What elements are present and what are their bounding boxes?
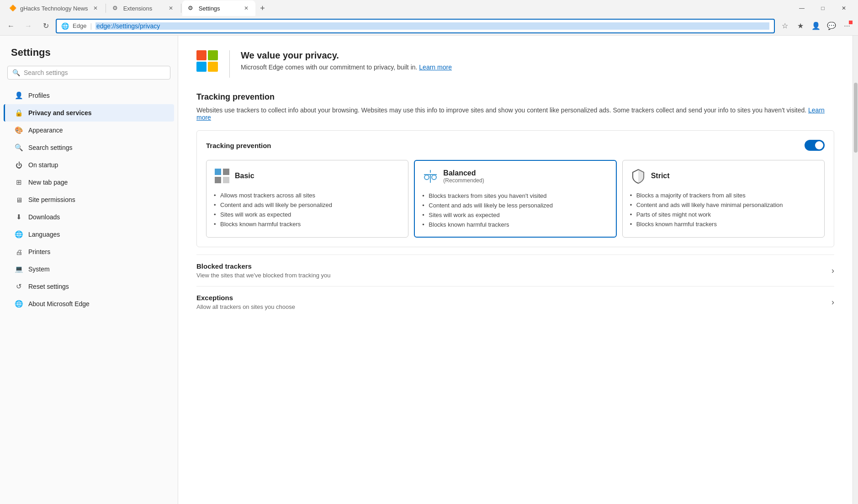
maximize-button[interactable]: □: [812, 1, 833, 16]
exceptions-row[interactable]: Exceptions Allow all trackers on sites y…: [196, 286, 834, 318]
balanced-title: Balanced: [443, 169, 484, 177]
tracking-section-desc: Websites use trackers to collect info ab…: [196, 106, 834, 121]
sidebar-item-languages[interactable]: 🌐 Languages: [4, 226, 174, 243]
tab-separator-1: [106, 4, 106, 13]
languages-icon: 🌐: [15, 230, 23, 239]
toggle-thumb: [815, 141, 823, 149]
edge-logo: [196, 50, 218, 72]
sidebar-item-profiles[interactable]: 👤 Profiles: [4, 87, 174, 104]
sidebar-item-newtab[interactable]: ⊞ New tab page: [4, 174, 174, 191]
toolbar-actions: ☆ ★ 👤 💬 ···: [778, 19, 854, 33]
scrollbar-thumb[interactable]: [854, 83, 858, 153]
tab-close-ghacks[interactable]: ✕: [92, 5, 99, 12]
sidebar-label-newtab: New tab page: [28, 179, 68, 186]
balanced-bullets: Blocks trackers from sites you haven't v…: [422, 191, 608, 229]
sidebar-chat-button[interactable]: 💬: [824, 19, 839, 33]
favorites-bar-button[interactable]: ★: [793, 19, 808, 33]
balanced-title-group: Balanced (Recommended): [443, 169, 484, 184]
tab-extensions[interactable]: ⚙ Extensions ✕: [107, 0, 180, 16]
sidebar-item-appearance[interactable]: 🎨 Appearance: [4, 122, 174, 139]
balanced-bullet-3: Sites will work as expected: [422, 210, 608, 220]
tab-close-extensions[interactable]: ✕: [167, 5, 175, 12]
privacy-desc-text: Microsoft Edge comes with our commitment…: [241, 64, 417, 71]
sidebar-item-reset[interactable]: ↺ Reset settings: [4, 278, 174, 295]
privacy-desc: Microsoft Edge comes with our commitment…: [241, 64, 452, 71]
balanced-subtitle: (Recommended): [443, 177, 484, 184]
basic-bullet-4: Blocks known harmful trackers: [214, 219, 401, 229]
tab-ghacks[interactable]: 🔶 gHacks Technology News ✕: [4, 0, 105, 16]
sidebar-label-printers: Printers: [28, 248, 50, 255]
search-settings-icon: 🔍: [15, 143, 23, 152]
profiles-icon: 👤: [15, 91, 23, 100]
downloads-icon: ⬇: [15, 213, 23, 221]
search-input-container[interactable]: 🔍: [7, 66, 170, 80]
sidebar-item-about[interactable]: 🌐 About Microsoft Edge: [4, 295, 174, 313]
more-button[interactable]: ···: [840, 19, 854, 33]
blocked-trackers-title: Blocked trackers: [196, 262, 330, 270]
content-area: We value your privacy. Microsoft Edge co…: [178, 36, 853, 504]
newtab-icon: ⊞: [15, 178, 23, 186]
tracking-options-grid: Basic Allows most trackers across all si…: [206, 160, 825, 238]
sidebar-item-system[interactable]: 💻 System: [4, 260, 174, 278]
main-layout: Settings 🔍 👤 Profiles 🔒 Privacy and serv…: [0, 36, 858, 504]
refresh-button[interactable]: ↻: [38, 19, 53, 33]
header-divider: [229, 50, 230, 78]
blocked-trackers-row[interactable]: Blocked trackers View the sites that we'…: [196, 255, 834, 286]
new-tab-button[interactable]: +: [255, 1, 270, 16]
strict-icon: [630, 168, 646, 184]
strict-bullets: Blocks a majority of trackers from all s…: [630, 191, 817, 229]
search-input[interactable]: [24, 69, 165, 76]
svg-rect-2: [215, 177, 221, 183]
balanced-bullet-1: Blocks trackers from sites you haven't v…: [422, 191, 608, 201]
sidebar-label-appearance: Appearance: [28, 127, 63, 134]
tab-title-extensions: Extensions: [123, 5, 164, 12]
browser-window: 🔶 gHacks Technology News ✕ ⚙ Extensions …: [0, 0, 858, 504]
tab-title-settings: Settings: [199, 5, 239, 12]
tab-close-settings[interactable]: ✕: [243, 5, 250, 12]
scrollbar[interactable]: [853, 36, 858, 504]
sidebar-label-search: Search settings: [28, 144, 73, 151]
profile-button[interactable]: 👤: [809, 19, 823, 33]
window-controls: — □ ✕: [791, 1, 854, 16]
sidebar-item-downloads[interactable]: ⬇ Downloads: [4, 208, 174, 226]
option-strict[interactable]: Strict Blocks a majority of trackers fro…: [622, 160, 825, 238]
basic-title: Basic: [235, 172, 254, 180]
reset-icon: ↺: [15, 282, 23, 291]
address-bar[interactable]: 🌐 Edge | edge://settings/privacy: [56, 19, 775, 33]
strict-bullet-1: Blocks a majority of trackers from all s…: [630, 191, 817, 200]
balanced-bullet-4: Blocks known harmful trackers: [422, 220, 608, 229]
basic-bullet-1: Allows most trackers across all sites: [214, 191, 401, 200]
sidebar-item-search[interactable]: 🔍 Search settings: [4, 139, 174, 156]
address-url[interactable]: edge://settings/privacy: [95, 22, 769, 30]
minimize-button[interactable]: —: [791, 1, 812, 16]
tracking-desc-text: Websites use trackers to collect info ab…: [196, 106, 806, 114]
option-balanced-header: Balanced (Recommended): [422, 168, 608, 185]
option-balanced[interactable]: Balanced (Recommended) Blocks trackers f…: [414, 160, 616, 238]
strict-bullet-2: Content and ads will likely have minimal…: [630, 200, 817, 210]
sidebar-item-privacy[interactable]: 🔒 Privacy and services: [4, 104, 174, 122]
sidebar-label-profiles: Profiles: [28, 92, 50, 99]
back-button[interactable]: ←: [4, 19, 18, 33]
privacy-header-text: We value your privacy. Microsoft Edge co…: [241, 50, 452, 71]
address-divider: |: [90, 22, 92, 30]
strict-bullet-4: Blocks known harmful trackers: [630, 219, 817, 229]
tab-separator-2: [181, 4, 181, 13]
sidebar-item-startup[interactable]: ⏻ On startup: [4, 156, 174, 174]
sidebar-item-printers[interactable]: 🖨 Printers: [4, 243, 174, 260]
favorite-button[interactable]: ☆: [778, 19, 792, 33]
close-button[interactable]: ✕: [833, 1, 854, 16]
option-basic[interactable]: Basic Allows most trackers across all si…: [206, 160, 408, 238]
sidebar-item-permissions[interactable]: 🖥 Site permissions: [4, 191, 174, 208]
search-settings-wrap: 🔍: [0, 66, 178, 87]
tab-settings[interactable]: ⚙ Settings ✕: [182, 0, 255, 16]
sidebar-label-startup: On startup: [28, 161, 58, 169]
tracking-toggle[interactable]: [805, 140, 825, 151]
privacy-title: We value your privacy.: [241, 50, 452, 61]
privacy-learn-more-link[interactable]: Learn more: [419, 64, 452, 71]
option-basic-header: Basic: [214, 168, 401, 184]
strict-title: Strict: [651, 172, 670, 180]
logo-orange: [196, 50, 207, 60]
forward-button[interactable]: →: [21, 19, 36, 33]
balanced-bullet-2: Content and ads will likely be less pers…: [422, 201, 608, 210]
sidebar-label-about: About Microsoft Edge: [28, 300, 90, 308]
